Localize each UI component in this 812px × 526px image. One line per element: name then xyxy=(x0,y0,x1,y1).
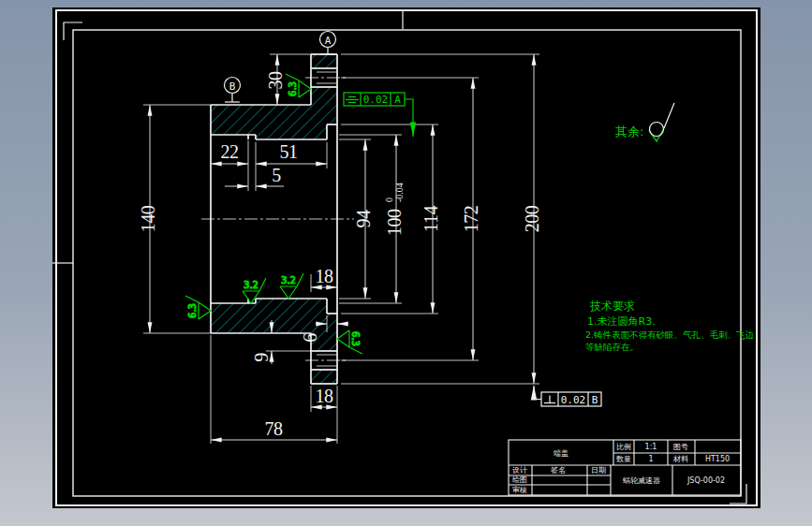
dim-30: 30 xyxy=(265,71,286,90)
tb-drawing-no: JSQ-00-02 xyxy=(687,476,725,485)
dim-5: 5 xyxy=(272,165,281,185)
dim-18a: 18 xyxy=(316,266,334,286)
tb-scale-label: 比例 xyxy=(616,443,631,451)
gdt1-datum: A xyxy=(394,94,401,106)
dim-100-lower: -0.04 xyxy=(394,183,405,202)
gdt1-value: 0.02 xyxy=(363,94,389,106)
tb-qty-label: 数量 xyxy=(616,455,631,463)
dim-18b: 18 xyxy=(316,386,334,406)
dim-9: 9 xyxy=(251,353,272,362)
datum-b-label: B xyxy=(229,80,236,93)
notes-line2: 2.铸件表面不得有砂眼、气孔、毛刺、飞边 xyxy=(585,329,754,340)
datum-a-label: A xyxy=(325,35,332,47)
tb-row3-label: 审核 xyxy=(512,486,527,494)
notes-title: 技术要求 xyxy=(589,300,635,313)
dim-22: 22 xyxy=(221,141,239,162)
tb-org-name: 蜗轮减速器 xyxy=(623,476,660,485)
dim-94: 94 xyxy=(353,210,374,228)
dim-140: 140 xyxy=(138,205,158,232)
tb-scale-value: 1:1 xyxy=(645,443,657,451)
tb-row1-col2: 签名 xyxy=(551,466,566,475)
dim-114: 114 xyxy=(421,206,441,232)
dim-100: 100 xyxy=(384,209,405,236)
rest-label: 其余: xyxy=(615,124,643,139)
notes-line3: 等缺陷存在。 xyxy=(585,342,639,352)
tb-part-name: 端盖 xyxy=(554,449,568,458)
dim-172: 172 xyxy=(461,206,481,233)
tb-sheet-label: 图号 xyxy=(673,443,688,451)
cad-canvas[interactable]: 22 51 5 18 18 78 140 30 94 100 0 -0.04 1… xyxy=(0,0,812,526)
tb-qty-value: 1 xyxy=(648,455,653,463)
svg-text:3.2: 3.2 xyxy=(244,280,258,290)
tb-material-label: 材料 xyxy=(672,455,688,463)
dim-78: 78 xyxy=(265,418,284,439)
cad-viewport: 22 51 5 18 18 78 140 30 94 100 0 -0.04 1… xyxy=(0,0,812,526)
dim-200: 200 xyxy=(522,205,542,232)
gdt2-value: 0.02 xyxy=(561,394,586,406)
svg-text:6.3: 6.3 xyxy=(350,331,361,346)
tb-row1-col3: 日期 xyxy=(591,466,606,475)
tb-material-value: HT150 xyxy=(705,455,730,463)
svg-text:6.3: 6.3 xyxy=(288,81,298,96)
svg-text:6.3: 6.3 xyxy=(187,303,198,318)
dim-6: 6 xyxy=(300,333,320,343)
notes-line1: 1.未注圆角R3. xyxy=(587,315,656,328)
gdt2-datum: B xyxy=(592,394,598,406)
tb-row1-label: 设计 xyxy=(512,466,527,475)
dim-51: 51 xyxy=(280,141,298,162)
paper xyxy=(52,7,760,508)
dim-100-upper: 0 xyxy=(384,197,394,202)
svg-text:3.2: 3.2 xyxy=(281,275,296,285)
tb-row2-label: 绘图 xyxy=(512,475,527,484)
